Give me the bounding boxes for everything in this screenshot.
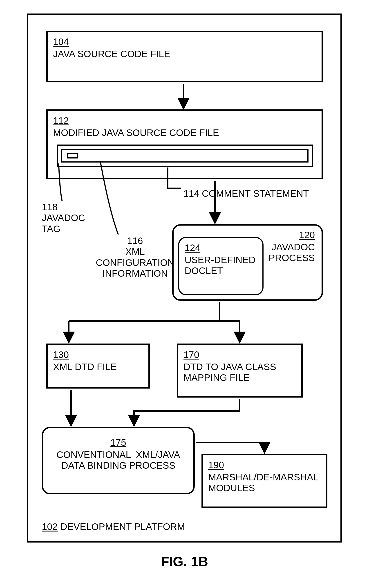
xml-config-box: [61, 149, 309, 163]
box-xml-dtd: 130 XML DTD FILE: [46, 344, 150, 388]
callout-xmlconf: 116 XMLCONFIGURATIONINFORMATION: [96, 235, 174, 279]
ref-102: 102: [42, 521, 58, 532]
ref-124: 124: [185, 242, 257, 253]
ref-190: 190: [208, 460, 321, 471]
javadoc-tag-box: [67, 153, 78, 158]
label-tag: JAVADOCTAG: [42, 212, 85, 234]
label-marshal: MARSHAL/DE-MARSHALMODULES: [208, 472, 319, 493]
label-binding: CONVENTIONAL XML/JAVADATA BINDING PROCES…: [56, 449, 180, 471]
platform-label: 102 DEVELOPMENT PLATFORM: [42, 521, 185, 532]
callout-tag: 118 JAVADOCTAG: [42, 202, 85, 234]
callout-comment: 114 COMMENT STATEMENT: [183, 188, 309, 199]
label-java-source: JAVA SOURCE CODE FILE: [53, 49, 170, 59]
ref-170: 170: [183, 349, 296, 360]
label-modified-source: MODIFIED JAVA SOURCE CODE FILE: [53, 127, 219, 138]
ref-118: 118: [42, 202, 58, 212]
box-doclet: 124 USER-DEFINEDDOCLET: [178, 237, 264, 295]
box-marshal: 190 MARSHAL/DE-MARSHALMODULES: [201, 454, 327, 508]
label-javadoc-process: JAVADOCPROCESS: [269, 242, 315, 263]
development-platform-frame: 104 JAVA SOURCE CODE FILE 112 MODIFIED J…: [27, 13, 342, 543]
box-mapping: 170 DTD TO JAVA CLASSMAPPING FILE: [177, 344, 303, 398]
label-doclet: USER-DEFINEDDOCLET: [185, 255, 255, 276]
ref-116: 116: [127, 235, 143, 246]
ref-104: 104: [53, 36, 316, 47]
box-binding: 175 CONVENTIONAL XML/JAVADATA BINDING PR…: [42, 427, 195, 494]
ref-130: 130: [53, 349, 143, 360]
figure-caption: FIG. 1B: [0, 554, 369, 569]
label-comment: COMMENT STATEMENT: [202, 188, 309, 199]
ref-114: 114: [183, 188, 199, 199]
ref-175: 175: [110, 437, 126, 448]
label-xml-dtd: XML DTD FILE: [53, 362, 117, 372]
label-platform: DEVELOPMENT PLATFORM: [60, 521, 185, 532]
box-java-source: 104 JAVA SOURCE CODE FILE: [46, 31, 323, 82]
label-mapping: DTD TO JAVA CLASSMAPPING FILE: [183, 362, 276, 383]
ref-112: 112: [53, 115, 316, 126]
ref-120: 120: [269, 230, 315, 241]
box-javadoc-process: 120 JAVADOCPROCESS 124 USER-DEFINEDDOCLE…: [172, 224, 323, 301]
label-xmlconf: XMLCONFIGURATIONINFORMATION: [96, 246, 174, 279]
box-modified-source: 112 MODIFIED JAVA SOURCE CODE FILE: [46, 109, 323, 179]
